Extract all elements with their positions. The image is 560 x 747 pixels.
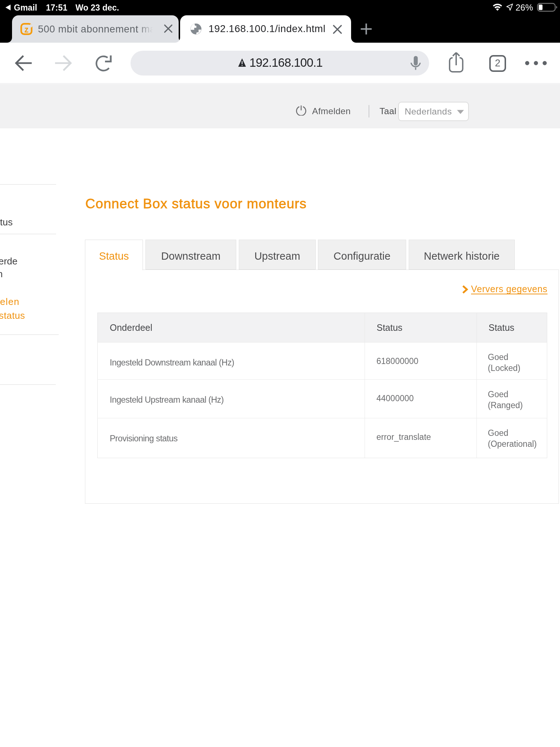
- svg-text:z: z: [24, 25, 29, 34]
